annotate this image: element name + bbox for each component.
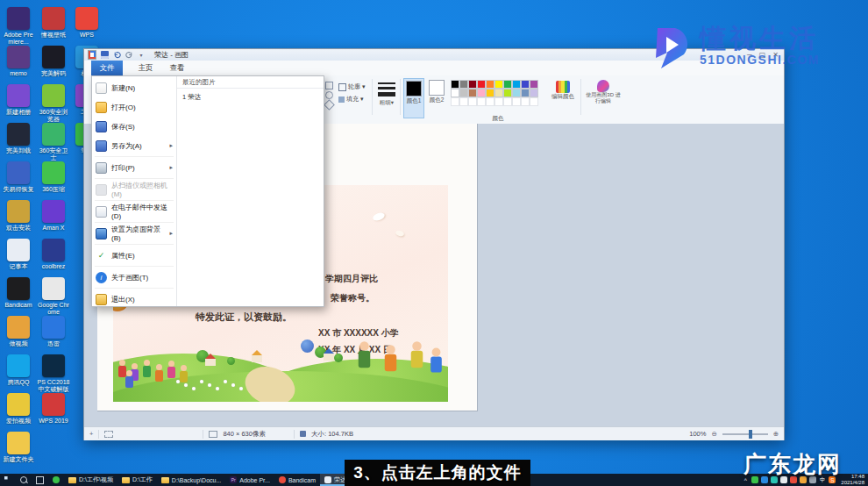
color1-button[interactable]: 颜色1	[403, 78, 424, 118]
tray-white-icon[interactable]	[780, 476, 787, 483]
taskbar-button[interactable]: Bandicam	[274, 474, 320, 486]
desktop-icon[interactable]: 记事本	[2, 239, 35, 270]
undo-icon[interactable]	[112, 51, 121, 60]
save-icon[interactable]	[100, 51, 109, 60]
desktop-icon[interactable]: 做视频	[2, 316, 35, 347]
menu-item[interactable]: 退出(X)	[92, 289, 176, 309]
shape-fill-button[interactable]: 填充 ▾	[338, 95, 363, 104]
desktop-icon[interactable]: Adobe Premiere...	[2, 7, 35, 46]
desktop-icon[interactable]: 失易得恢复	[2, 161, 35, 193]
tray-teal-icon[interactable]	[771, 476, 778, 483]
palette-swatch[interactable]	[512, 89, 521, 97]
desktop-icon[interactable]: 360安全卫士	[37, 123, 70, 161]
palette-swatch[interactable]	[468, 80, 477, 89]
menu-item[interactable]: 保存(S)	[92, 117, 176, 136]
palette-swatch[interactable]	[477, 89, 486, 97]
tray-red-icon[interactable]	[790, 476, 797, 483]
palette-empty-slot[interactable]	[494, 97, 503, 106]
palette-empty-slot[interactable]	[477, 97, 486, 106]
desktop-icon[interactable]: WPS	[70, 7, 103, 39]
tray-chevron-icon[interactable]: ^	[742, 476, 749, 483]
edit-colors-button[interactable]: 编辑颜色	[551, 81, 575, 101]
palette-swatch[interactable]	[486, 89, 494, 97]
taskbar-button[interactable]: D:\Backup\Docu...	[157, 474, 225, 486]
zoom-slider-thumb[interactable]	[749, 430, 752, 439]
desktop-icon[interactable]: PS CC2018 中文破解版	[37, 354, 70, 393]
taskbar-button[interactable]: PrAdobe Pr...	[225, 474, 274, 486]
taskbar-button[interactable]: D:\工作\视频	[64, 474, 117, 486]
menu-item[interactable]: 设置为桌面背景(B)▸	[92, 224, 176, 243]
desktop-icon[interactable]: 360安全浏览器	[37, 84, 70, 123]
palette-swatch[interactable]	[459, 80, 468, 89]
size-button[interactable]: 粗细▾	[377, 81, 396, 107]
desktop-icon[interactable]: Bandicam	[2, 277, 35, 309]
palette-swatch[interactable]	[503, 89, 512, 97]
palette-empty-slot[interactable]	[459, 97, 468, 106]
zoom-out-icon[interactable]: ⊖	[711, 430, 716, 438]
desktop-icon[interactable]: 迅雷	[37, 316, 70, 347]
taskbar-clock[interactable]: 17:48 2021/4/28	[838, 474, 864, 486]
menu-item[interactable]: 打印(P)▸	[92, 158, 176, 177]
desktop-icon[interactable]: Aman X	[37, 200, 70, 232]
palette-swatch[interactable]	[512, 80, 521, 89]
menu-item[interactable]: i关于画图(T)	[92, 268, 176, 287]
desktop-icon[interactable]: 爱拍视频	[2, 393, 35, 425]
redo-icon[interactable]	[125, 51, 133, 60]
tab-view[interactable]: 查看	[161, 61, 193, 75]
paint-titlebar[interactable]: ▾ 荣达 - 画图 ─ ▢ ✕	[84, 49, 784, 61]
desktop-icon[interactable]: 新建相册	[2, 84, 35, 116]
desktop-icon[interactable]: 腾讯QQ	[2, 354, 35, 386]
palette-swatch[interactable]	[494, 80, 503, 89]
desktop-icon[interactable]: 360压缩	[37, 161, 70, 193]
desktop-icon[interactable]: 完美解码	[37, 46, 70, 77]
desktop-icon[interactable]: memo	[2, 46, 35, 77]
tray-green-icon[interactable]	[751, 476, 758, 483]
tray-blue-icon[interactable]	[761, 476, 768, 483]
palette-swatch[interactable]	[521, 89, 530, 97]
desktop-icon[interactable]: 完美卸载	[2, 123, 35, 154]
palette-empty-slot[interactable]	[521, 97, 530, 106]
desktop-icon[interactable]: WPS 2019	[37, 393, 70, 425]
palette-swatch[interactable]	[530, 80, 538, 89]
palette-empty-slot[interactable]	[468, 97, 477, 106]
qat-dropdown-icon[interactable]: ▾	[137, 51, 146, 60]
sogou-input-icon[interactable]: S	[829, 476, 836, 483]
palette-swatch[interactable]	[530, 89, 538, 97]
palette-swatch[interactable]	[494, 89, 503, 97]
menu-item[interactable]: 打开(O)	[92, 97, 176, 117]
zoom-slider[interactable]	[722, 433, 768, 435]
palette-swatch[interactable]	[459, 89, 468, 97]
palette-swatch[interactable]	[503, 80, 512, 89]
palette-empty-slot[interactable]	[451, 97, 459, 106]
desktop-icon[interactable]: coolbrez	[37, 239, 70, 270]
tray-orange-icon[interactable]	[800, 476, 807, 483]
palette-swatch[interactable]	[477, 80, 486, 89]
desktop-icon[interactable]: 懂视壁纸	[37, 7, 70, 39]
task-view-icon[interactable]	[32, 474, 48, 486]
palette-empty-slot[interactable]	[530, 97, 538, 106]
shapes-gallery[interactable]	[323, 81, 336, 111]
menu-item[interactable]: 在电子邮件中发送(D)	[92, 202, 176, 221]
menu-item[interactable]: ✓属性(E)	[92, 246, 176, 265]
zoom-in-icon[interactable]: ⊕	[773, 430, 779, 438]
minimize-button[interactable]: ─	[747, 51, 752, 59]
desktop-icon[interactable]: 新建文件夹	[2, 432, 35, 463]
menu-item[interactable]: 另存为(A)▸	[92, 136, 176, 155]
desktop-icon[interactable]: Google Chrome	[37, 277, 70, 316]
palette-swatch[interactable]	[451, 80, 459, 89]
tab-home[interactable]: 主页	[130, 61, 161, 75]
palette-empty-slot[interactable]	[486, 97, 494, 106]
green-app-icon[interactable]	[48, 474, 64, 486]
palette-swatch[interactable]	[451, 89, 459, 97]
desktop-icon[interactable]: 双击安装	[2, 200, 35, 232]
palette-empty-slot[interactable]	[512, 97, 521, 106]
palette-swatch[interactable]	[486, 80, 494, 89]
menu-item[interactable]: 从扫描仪或照相机(M)	[92, 180, 176, 199]
tray-gray-icon[interactable]	[809, 476, 816, 483]
search-icon[interactable]	[16, 474, 32, 486]
paint3d-button[interactable]: 使用画图3D 进行编辑	[586, 80, 621, 104]
color2-button[interactable]: 颜色2	[426, 78, 447, 118]
shape-outline-button[interactable]: 轮廓 ▾	[338, 82, 365, 91]
taskbar-button[interactable]: D:\工作	[117, 474, 157, 486]
palette-empty-slot[interactable]	[503, 97, 512, 106]
